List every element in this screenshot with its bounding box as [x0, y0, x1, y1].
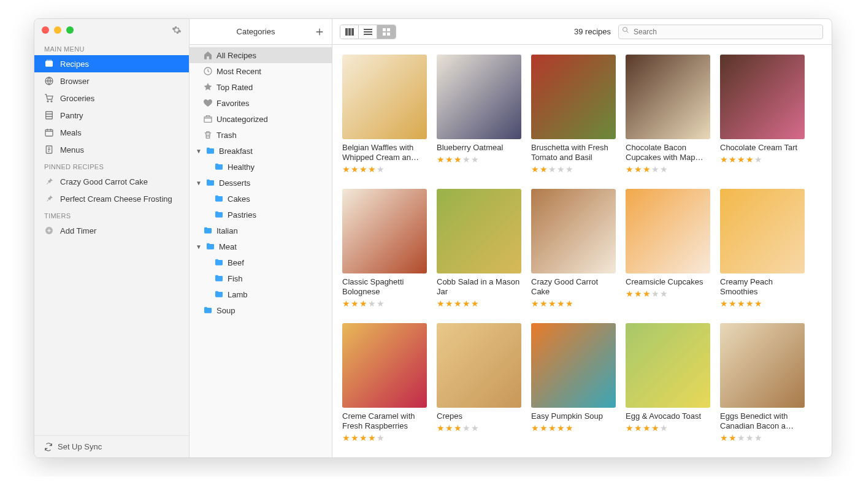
folder-icon [214, 194, 224, 204]
category-item-fish[interactable]: Fish [190, 270, 332, 286]
sidebar-item-label: Recipes [60, 59, 89, 69]
svg-rect-7 [46, 112, 53, 119]
svg-rect-17 [364, 31, 372, 32]
minimize-window-button[interactable] [54, 26, 61, 34]
folder-icon [214, 162, 224, 172]
category-item-soup[interactable]: Soup [190, 302, 332, 318]
columns-icon [345, 28, 354, 36]
category-label: Soup [216, 306, 327, 315]
folder-icon [205, 146, 215, 156]
category-label: Top Rated [216, 83, 327, 92]
category-label: All Recipes [216, 51, 327, 60]
category-label: Favorites [216, 99, 327, 108]
category-label: Breakfast [219, 147, 327, 156]
search-input[interactable] [618, 25, 823, 39]
view-column-button[interactable] [340, 25, 359, 39]
recipe-rating: ★★★★★ [342, 164, 427, 174]
sidebar-item-menus[interactable]: Menus [34, 141, 189, 158]
category-item-trash[interactable]: Trash [190, 127, 332, 143]
recipe-card[interactable]: Egg & Avocado Toast★★★★★ [626, 323, 710, 443]
folder-icon [203, 226, 213, 235]
zoom-window-button[interactable] [66, 26, 74, 34]
browser-icon [44, 76, 54, 86]
recipe-title: Creamy Peach Smoothies [720, 277, 805, 297]
category-item-lamb[interactable]: Lamb [190, 286, 332, 302]
meals-icon [44, 128, 54, 137]
recipe-thumbnail [437, 55, 521, 139]
category-item-meat[interactable]: ▼Meat [190, 239, 332, 254]
sidebar-item-crazy-good-carrot-cake[interactable]: Crazy Good Carrot Cake [34, 173, 189, 190]
category-item-most-recent[interactable]: Most Recent [190, 63, 332, 79]
category-item-uncategorized[interactable]: Uncategorized [190, 111, 332, 127]
recipe-thumbnail [437, 323, 521, 408]
recipe-rating: ★★★★★ [342, 433, 427, 443]
recipe-title: Belgian Waffles with Whipped Cream an… [342, 143, 427, 162]
category-item-desserts[interactable]: ▼Desserts [190, 175, 332, 191]
sidebar-item-add-timer[interactable]: Add Timer [34, 222, 189, 239]
sidebar-item-browser[interactable]: Browser [34, 72, 189, 90]
recipe-thumbnail [342, 323, 427, 408]
disclosure-triangle[interactable]: ▼ [196, 148, 202, 155]
setup-sync-button[interactable]: Set Up Sync [34, 435, 189, 457]
recipe-title: Cobb Salad in a Mason Jar [437, 277, 521, 297]
recipe-thumbnail [626, 323, 710, 408]
recipe-card[interactable]: Creamy Peach Smoothies★★★★★ [720, 189, 805, 308]
recipe-card[interactable]: Cobb Salad in a Mason Jar★★★★★ [437, 189, 521, 308]
disclosure-triangle[interactable]: ▼ [196, 180, 202, 186]
trash-icon [203, 130, 213, 140]
recipe-title: Bruschetta with Fresh Tomato and Basil [531, 143, 616, 162]
recipe-rating: ★★★★★ [437, 423, 521, 433]
sidebar-item-pantry[interactable]: Pantry [34, 107, 189, 124]
gear-icon [172, 25, 182, 35]
settings-button[interactable] [172, 25, 182, 35]
recipe-card[interactable]: Crazy Good Carrot Cake★★★★★ [531, 189, 616, 308]
recipe-card[interactable]: Creamsicle Cupcakes★★★★★ [626, 189, 710, 308]
recipe-rating: ★★★★★ [531, 164, 616, 174]
category-item-healthy[interactable]: Healthy [190, 159, 332, 175]
category-label: Most Recent [216, 67, 327, 76]
recipe-grid[interactable]: Belgian Waffles with Whipped Cream an…★★… [332, 45, 832, 457]
svg-rect-12 [204, 117, 212, 123]
recipe-card[interactable]: Creme Caramel with Fresh Raspberries★★★★… [342, 323, 427, 443]
recipes-icon [44, 59, 54, 69]
category-item-all-recipes[interactable]: All Recipes [190, 47, 332, 63]
recipe-card[interactable]: Chocolate Cream Tart★★★★★ [720, 55, 805, 174]
recipe-thumbnail [720, 189, 805, 273]
category-item-pastries[interactable]: Pastries [190, 207, 332, 223]
sidebar-item-meals[interactable]: Meals [34, 124, 189, 141]
recipe-card[interactable]: Eggs Benedict with Canadian Bacon a…★★★★… [720, 323, 805, 443]
sidebar-item-groceries[interactable]: Groceries [34, 90, 189, 107]
category-label: Pastries [228, 210, 327, 220]
category-item-favorites[interactable]: Favorites [190, 95, 332, 111]
recipe-card[interactable]: Chocolate Bacon Cupcakes with Map…★★★★★ [626, 55, 710, 174]
recipe-card[interactable]: Blueberry Oatmeal★★★★★ [437, 55, 521, 174]
recipe-card[interactable]: Bruschetta with Fresh Tomato and Basil★★… [531, 55, 616, 174]
home-icon [203, 50, 213, 60]
disclosure-triangle[interactable]: ▼ [196, 243, 202, 250]
sidebar-item-recipes[interactable]: Recipes [34, 55, 189, 72]
recipe-title: Chocolate Bacon Cupcakes with Map… [626, 143, 710, 162]
recipe-card[interactable]: Crepes★★★★★ [437, 323, 521, 443]
category-label: Uncategorized [216, 115, 327, 124]
category-item-beef[interactable]: Beef [190, 254, 332, 270]
category-item-cakes[interactable]: Cakes [190, 191, 332, 207]
category-item-italian[interactable]: Italian [190, 223, 332, 239]
close-window-button[interactable] [42, 26, 49, 34]
recipe-thumbnail [531, 189, 616, 273]
recipe-card[interactable]: Belgian Waffles with Whipped Cream an…★★… [342, 55, 427, 174]
view-list-button[interactable] [359, 25, 377, 39]
view-grid-button[interactable] [377, 25, 396, 39]
sidebar-item-label: Perfect Cream Cheese Frosting [60, 194, 172, 204]
svg-rect-2 [48, 59, 50, 61]
category-item-top-rated[interactable]: Top Rated [190, 79, 332, 95]
category-item-breakfast[interactable]: ▼Breakfast [190, 143, 332, 159]
recipe-thumbnail [342, 189, 427, 273]
recipe-card[interactable]: Classic Spaghetti Bolognese★★★★★ [342, 189, 427, 308]
recipe-rating: ★★★★★ [531, 423, 616, 433]
sync-label: Set Up Sync [58, 442, 102, 451]
recipe-card[interactable]: Easy Pumpkin Soup★★★★★ [531, 323, 616, 443]
groceries-icon [44, 93, 54, 103]
recipe-thumbnail [437, 189, 521, 273]
sidebar-item-perfect-cream-cheese-frosting[interactable]: Perfect Cream Cheese Frosting [34, 190, 189, 207]
add-category-button[interactable] [315, 27, 324, 37]
